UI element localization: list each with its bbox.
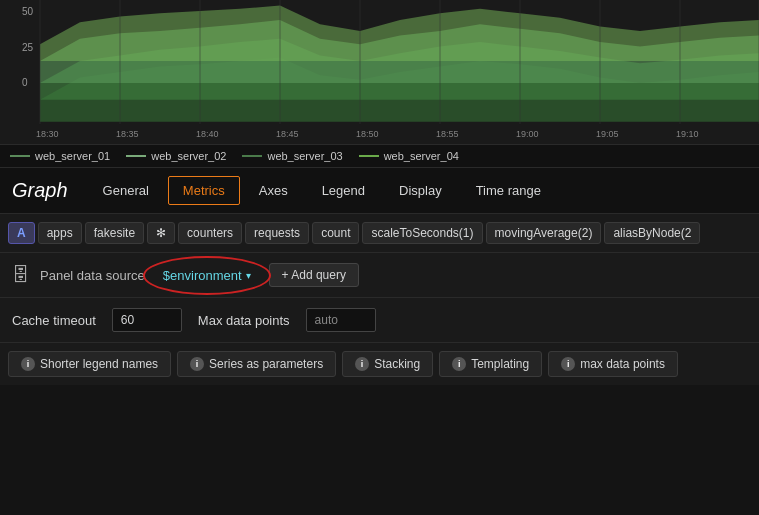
stacking-label: Stacking bbox=[374, 357, 420, 371]
svg-text:18:50: 18:50 bbox=[356, 128, 378, 140]
cache-timeout-input[interactable] bbox=[112, 308, 182, 332]
svg-text:18:45: 18:45 bbox=[276, 128, 298, 140]
svg-text:25: 25 bbox=[22, 40, 33, 53]
svg-text:19:10: 19:10 bbox=[676, 128, 698, 140]
tab-timerange[interactable]: Time range bbox=[461, 176, 556, 205]
header-row: Graph General Metrics Axes Legend Displa… bbox=[0, 168, 759, 214]
badge-star[interactable]: ✻ bbox=[147, 222, 175, 244]
svg-text:18:35: 18:35 bbox=[116, 128, 138, 140]
info-icon-5: i bbox=[561, 357, 575, 371]
legend-line-1 bbox=[10, 155, 30, 157]
badge-scaletoseconds[interactable]: scaleToSeconds(1) bbox=[362, 222, 482, 244]
svg-text:18:30: 18:30 bbox=[36, 128, 58, 140]
badge-counters[interactable]: counters bbox=[178, 222, 242, 244]
badge-aliasbynode[interactable]: aliasByNode(2 bbox=[604, 222, 700, 244]
legend-item-3: web_server_03 bbox=[242, 150, 342, 162]
legend-label-4: web_server_04 bbox=[384, 150, 459, 162]
svg-text:18:40: 18:40 bbox=[196, 128, 218, 140]
row-label-badge[interactable]: A bbox=[8, 222, 35, 244]
legend-line-4 bbox=[359, 155, 379, 157]
max-data-points-info-label: max data points bbox=[580, 357, 665, 371]
info-icon-3: i bbox=[355, 357, 369, 371]
tab-axes[interactable]: Axes bbox=[244, 176, 303, 205]
max-data-points-button[interactable]: i max data points bbox=[548, 351, 678, 377]
svg-text:19:05: 19:05 bbox=[596, 128, 618, 140]
environment-value: $environment bbox=[163, 268, 242, 283]
stacking-button[interactable]: i Stacking bbox=[342, 351, 433, 377]
info-icon-2: i bbox=[190, 357, 204, 371]
panel-title: Graph bbox=[12, 179, 68, 202]
svg-text:50: 50 bbox=[22, 5, 33, 18]
cache-row: Cache timeout Max data points bbox=[0, 298, 759, 343]
info-row: i Shorter legend names i Series as param… bbox=[0, 343, 759, 385]
legend-item-4: web_server_04 bbox=[359, 150, 459, 162]
badge-count[interactable]: count bbox=[312, 222, 359, 244]
badge-requests[interactable]: requests bbox=[245, 222, 309, 244]
svg-marker-6 bbox=[40, 6, 759, 61]
environment-dropdown-wrapper: $environment ▾ bbox=[155, 264, 259, 287]
data-source-label: Panel data source bbox=[40, 268, 145, 283]
database-icon: 🗄 bbox=[12, 265, 30, 286]
info-icon-1: i bbox=[21, 357, 35, 371]
legend-line-2 bbox=[126, 155, 146, 157]
series-as-parameters-button[interactable]: i Series as parameters bbox=[177, 351, 336, 377]
chart-legend: web_server_01 web_server_02 web_server_0… bbox=[0, 145, 759, 168]
legend-line-3 bbox=[242, 155, 262, 157]
badge-apps[interactable]: apps bbox=[38, 222, 82, 244]
add-query-button[interactable]: + Add query bbox=[269, 263, 359, 287]
environment-dropdown[interactable]: $environment ▾ bbox=[155, 264, 259, 287]
query-row: 🗄 Panel data source $environment ▾ + Add… bbox=[0, 253, 759, 298]
legend-label-3: web_server_03 bbox=[267, 150, 342, 162]
series-as-params-label: Series as parameters bbox=[209, 357, 323, 371]
badge-movingaverage[interactable]: movingAverage(2) bbox=[486, 222, 602, 244]
tab-display[interactable]: Display bbox=[384, 176, 457, 205]
svg-text:19:00: 19:00 bbox=[516, 128, 538, 140]
chart-area: 50 25 0 18:30 18:35 18:40 18:45 18:50 18… bbox=[0, 0, 759, 145]
legend-item-1: web_server_01 bbox=[10, 150, 110, 162]
max-data-points-input[interactable] bbox=[306, 308, 376, 332]
badge-fakesite[interactable]: fakesite bbox=[85, 222, 144, 244]
shorter-legend-names-button[interactable]: i Shorter legend names bbox=[8, 351, 171, 377]
cache-timeout-label: Cache timeout bbox=[12, 313, 96, 328]
tab-metrics[interactable]: Metrics bbox=[168, 176, 240, 205]
legend-label-1: web_server_01 bbox=[35, 150, 110, 162]
templating-button[interactable]: i Templating bbox=[439, 351, 542, 377]
tab-general[interactable]: General bbox=[88, 176, 164, 205]
svg-text:0: 0 bbox=[22, 76, 28, 89]
max-data-points-label: Max data points bbox=[198, 313, 290, 328]
chart-svg: 50 25 0 18:30 18:35 18:40 18:45 18:50 18… bbox=[0, 0, 759, 144]
metrics-row: A apps fakesite ✻ counters requests coun… bbox=[0, 214, 759, 253]
legend-label-2: web_server_02 bbox=[151, 150, 226, 162]
shorter-legend-label: Shorter legend names bbox=[40, 357, 158, 371]
tab-legend[interactable]: Legend bbox=[307, 176, 380, 205]
info-icon-4: i bbox=[452, 357, 466, 371]
legend-item-2: web_server_02 bbox=[126, 150, 226, 162]
svg-text:18:55: 18:55 bbox=[436, 128, 458, 140]
chevron-down-icon: ▾ bbox=[246, 270, 251, 281]
templating-label: Templating bbox=[471, 357, 529, 371]
